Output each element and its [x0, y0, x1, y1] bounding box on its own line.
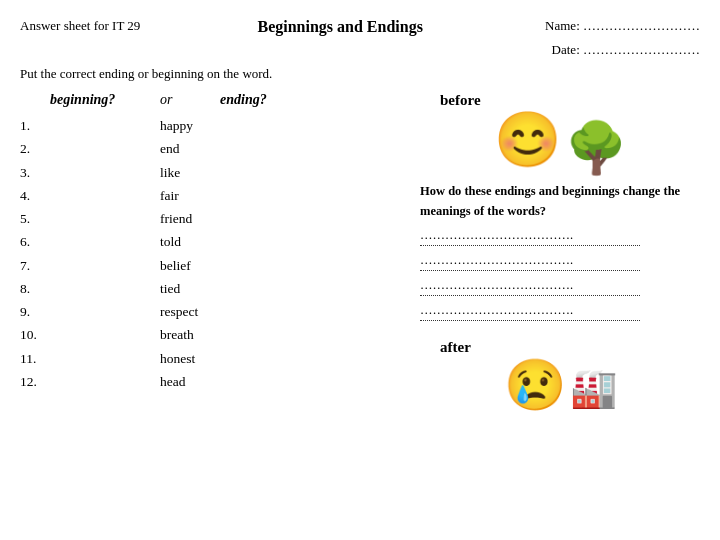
word-text: like	[160, 163, 320, 183]
word-list: 1. happy 2. end 3. like 4. fair 5. frien…	[20, 116, 400, 392]
word-number: 5.	[20, 209, 50, 229]
question-block: How do these endings and beginnings chan…	[420, 181, 700, 325]
dotted-lines: ……………………………….……………………………….……………………………….……	[420, 225, 700, 321]
column-headers: beginning? or ending?	[20, 92, 400, 108]
word-text: respect	[160, 302, 320, 322]
name-field: Name: ………………………	[540, 18, 700, 34]
list-item: 2. end	[20, 139, 400, 159]
answer-line: ……………………………….	[420, 250, 640, 271]
word-number: 10.	[20, 325, 50, 345]
word-text: breath	[160, 325, 320, 345]
word-text: told	[160, 232, 320, 252]
answer-line: ……………………………….	[420, 225, 640, 246]
word-text: fair	[160, 186, 320, 206]
date-field: Date: ………………………	[20, 42, 700, 58]
page: Answer sheet for IT 29 Beginnings and En…	[0, 0, 720, 540]
instruction-text: Put the correct ending or beginning on t…	[20, 66, 700, 82]
word-text: end	[160, 139, 320, 159]
before-scene: 😊 🌳	[494, 113, 627, 173]
main-content: beginning? or ending? 1. happy 2. end 3.…	[20, 92, 700, 410]
list-item: 12. head	[20, 372, 400, 392]
word-number: 3.	[20, 163, 50, 183]
num-col-header	[20, 92, 50, 108]
page-title: Beginnings and Endings	[140, 18, 540, 36]
question-text: How do these endings and beginnings chan…	[420, 181, 700, 221]
word-number: 1.	[20, 116, 50, 136]
right-panel: before 😊 🌳 How do these endings and begi…	[410, 92, 700, 410]
list-item: 5. friend	[20, 209, 400, 229]
list-item: 10. breath	[20, 325, 400, 345]
or-col-header: or	[160, 92, 220, 108]
list-item: 9. respect	[20, 302, 400, 322]
word-text: happy	[160, 116, 320, 136]
word-number: 11.	[20, 349, 50, 369]
word-number: 12.	[20, 372, 50, 392]
after-scene: 😢 🏭	[504, 356, 617, 410]
list-item: 1. happy	[20, 116, 400, 136]
word-number: 4.	[20, 186, 50, 206]
list-item: 8. tied	[20, 279, 400, 299]
ending-col-header: ending?	[220, 92, 320, 108]
factory-emoji: 🏭	[570, 366, 617, 410]
word-text: friend	[160, 209, 320, 229]
word-number: 9.	[20, 302, 50, 322]
word-number: 6.	[20, 232, 50, 252]
left-panel: beginning? or ending? 1. happy 2. end 3.…	[20, 92, 400, 410]
after-label: after	[440, 339, 471, 356]
beginning-col-header: beginning?	[50, 92, 160, 108]
word-text: belief	[160, 256, 320, 276]
list-item: 7. belief	[20, 256, 400, 276]
word-number: 8.	[20, 279, 50, 299]
before-label: before	[440, 92, 481, 109]
date-label: Date: ………………………	[552, 42, 700, 57]
list-item: 6. told	[20, 232, 400, 252]
list-item: 4. fair	[20, 186, 400, 206]
answer-line: ……………………………….	[420, 275, 640, 296]
word-number: 2.	[20, 139, 50, 159]
list-item: 11. honest	[20, 349, 400, 369]
answer-line: ……………………………….	[420, 300, 640, 321]
happy-emoji: 😊	[494, 113, 561, 167]
sheet-title: Answer sheet for IT 29	[20, 18, 140, 34]
sad-emoji: 😢	[504, 360, 566, 410]
word-text: honest	[160, 349, 320, 369]
word-text: tied	[160, 279, 320, 299]
list-item: 3. like	[20, 163, 400, 183]
word-text: head	[160, 372, 320, 392]
tree-emoji: 🌳	[565, 123, 627, 173]
word-number: 7.	[20, 256, 50, 276]
header: Answer sheet for IT 29 Beginnings and En…	[20, 18, 700, 36]
